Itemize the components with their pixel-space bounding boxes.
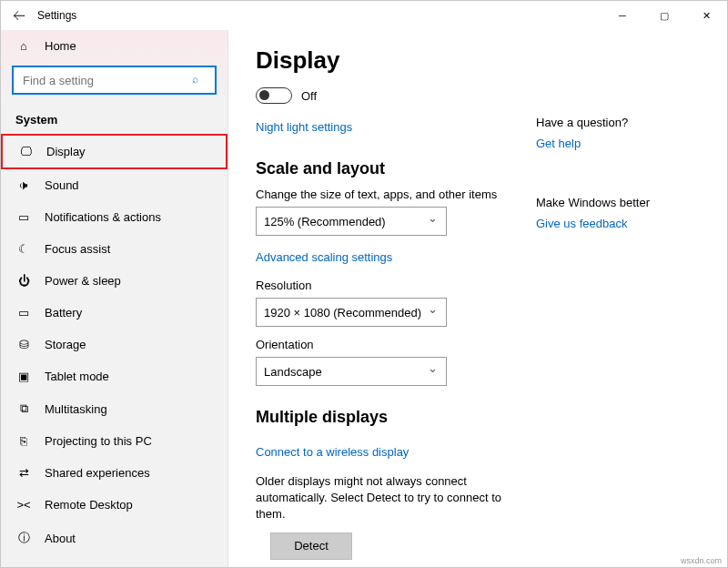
toggle-switch-icon	[256, 87, 292, 104]
sidebar-item-sound[interactable]: 🕩 Sound	[1, 169, 228, 201]
sidebar-item-shared[interactable]: ⇄ Shared experiences	[1, 457, 228, 489]
sidebar-item-projecting[interactable]: ⎘ Projecting to this PC	[1, 425, 228, 457]
sidebar-item-label: Projecting to this PC	[45, 434, 152, 448]
search-wrap: ⌕	[12, 66, 217, 95]
sidebar-item-label: Battery	[45, 306, 82, 320]
sidebar-item-power[interactable]: ⏻ Power & sleep	[1, 265, 228, 297]
night-light-link[interactable]: Night light settings	[256, 120, 352, 134]
window-controls: ─ ▢ ✕	[602, 1, 727, 30]
question-heading: Have a question?	[536, 116, 700, 129]
multitasking-icon: ⧉	[15, 401, 32, 416]
sidebar-item-remote[interactable]: >< Remote Desktop	[1, 489, 228, 521]
scale-label: Change the size of text, apps, and other…	[256, 188, 509, 201]
sidebar-item-label: Storage	[45, 338, 86, 351]
sidebar-item-label: Notifications & actions	[45, 210, 161, 224]
sidebar-item-about[interactable]: ⓘ About	[1, 521, 228, 555]
power-icon: ⏻	[15, 274, 32, 288]
close-button[interactable]: ✕	[685, 1, 727, 30]
scale-select[interactable]: 125% (Recommended)	[256, 207, 447, 236]
main-pane: Display Off Night light settings Scale a…	[228, 30, 727, 567]
display-icon: 🖵	[17, 145, 34, 158]
wireless-display-link[interactable]: Connect to a wireless display	[256, 445, 409, 459]
search-icon: ⌕	[192, 73, 198, 86]
sidebar-home-label: Home	[45, 39, 76, 53]
sidebar-home[interactable]: ⌂ Home	[1, 30, 228, 62]
night-light-toggle[interactable]: Off	[256, 87, 509, 104]
sidebar-item-battery[interactable]: ▭ Battery	[1, 297, 228, 329]
older-displays-text: Older displays might not always connect …	[256, 473, 509, 523]
content: Display Off Night light settings Scale a…	[256, 46, 509, 567]
sidebar-item-display[interactable]: 🖵 Display	[1, 134, 228, 169]
home-icon: ⌂	[15, 39, 32, 53]
back-button[interactable]: 🡠	[8, 8, 30, 23]
sidebar-item-label: Remote Desktop	[45, 498, 133, 512]
sound-icon: 🕩	[15, 178, 32, 192]
scale-heading: Scale and layout	[256, 159, 509, 178]
tablet-icon: ▣	[15, 370, 32, 383]
sidebar-item-focus-assist[interactable]: ☾ Focus assist	[1, 233, 228, 265]
sidebar-item-label: Multitasking	[45, 402, 107, 416]
orientation-label: Orientation	[256, 338, 509, 351]
sidebar-item-label: Shared experiences	[45, 466, 150, 480]
sidebar-item-label: Power & sleep	[45, 274, 121, 288]
maximize-button[interactable]: ▢	[643, 1, 685, 30]
multi-display-heading: Multiple displays	[256, 408, 509, 427]
resolution-select[interactable]: 1920 × 1080 (Recommended)	[256, 298, 447, 327]
remote-icon: ><	[15, 498, 32, 512]
search-input[interactable]	[12, 66, 217, 95]
attribution: wsxdn.com	[681, 556, 722, 565]
shared-icon: ⇄	[15, 466, 32, 480]
resolution-label: Resolution	[256, 279, 509, 292]
advanced-scaling-link[interactable]: Advanced scaling settings	[256, 250, 392, 264]
detect-button[interactable]: Detect	[270, 532, 352, 560]
sidebar-item-label: Sound	[45, 178, 79, 192]
sidebar: ⌂ Home ⌕ System 🖵 Display 🕩 Sound ▭ Noti…	[1, 30, 228, 567]
sidebar-item-label: Tablet mode	[45, 370, 109, 383]
about-icon: ⓘ	[15, 530, 32, 546]
page-title: Display	[256, 46, 509, 75]
orientation-select[interactable]: Landscape	[256, 357, 447, 386]
app-title: Settings	[37, 9, 76, 22]
sidebar-item-multitasking[interactable]: ⧉ Multitasking	[1, 392, 228, 425]
sidebar-item-label: Display	[46, 145, 86, 158]
sidebar-section: System	[1, 104, 228, 134]
aside: Have a question? Get help Make Windows b…	[536, 46, 700, 567]
minimize-button[interactable]: ─	[602, 1, 643, 30]
feedback-heading: Make Windows better	[536, 196, 700, 209]
sidebar-item-label: About	[45, 532, 76, 545]
get-help-link[interactable]: Get help	[536, 137, 581, 150]
sidebar-item-storage[interactable]: ⛁ Storage	[1, 329, 228, 360]
sidebar-item-label: Focus assist	[45, 242, 110, 256]
notifications-icon: ▭	[15, 210, 32, 224]
projecting-icon: ⎘	[15, 434, 32, 448]
sidebar-item-notifications[interactable]: ▭ Notifications & actions	[1, 201, 228, 233]
focus-icon: ☾	[15, 242, 32, 256]
feedback-link[interactable]: Give us feedback	[536, 217, 627, 230]
storage-icon: ⛁	[15, 338, 32, 351]
battery-icon: ▭	[15, 306, 32, 320]
toggle-label: Off	[301, 89, 317, 103]
sidebar-item-tablet[interactable]: ▣ Tablet mode	[1, 360, 228, 392]
